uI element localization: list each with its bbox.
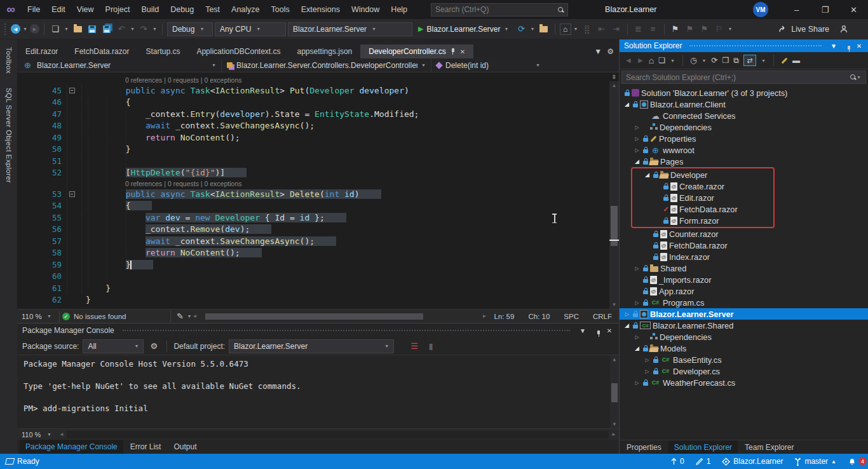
tree-item-fetchdata-razor[interactable]: ✓FetchData.razor [632,203,773,215]
expander-closed-icon[interactable]: ▷ [633,300,641,306]
undo-dropdown-icon[interactable]: ▼ [130,27,135,31]
format-columns-icon[interactable]: ⣿ [581,23,593,36]
redo-dropdown-icon[interactable]: ▼ [152,27,158,31]
menu-project[interactable]: Project [100,5,136,14]
tree-item-index-razor[interactable]: Index.razor [620,251,868,262]
tree-item-blazor-learner-client[interactable]: ◢Blazor.Learner.Client [620,99,868,110]
next-bookmark-icon[interactable]: ⚑ [698,23,711,36]
uncomment-icon[interactable]: ≡ [647,23,660,36]
tree-item-developer-cs[interactable]: ▷Developer.cs [620,365,868,377]
issues-status[interactable]: No issues found [74,313,126,320]
tree-item-blazor-learner-server[interactable]: ▷Blazor.Learner.Server [620,308,868,320]
save-icon[interactable] [86,23,98,36]
background-tasks-button[interactable]: Ready [0,454,45,469]
line-ending-indicator[interactable]: CRLF [586,313,619,320]
editor-vertical-scrollbar[interactable]: ⇳ ▲ ▼ [609,72,619,309]
tree-item-imports-razor[interactable]: _Imports.razor [620,274,868,285]
tree-item-blazor-learner-shared[interactable]: ◢Blazor.Learner.Shared [620,320,868,331]
menu-debug[interactable]: Debug [165,5,200,14]
tree-item-solution-blazor-learner-3-of-3-projects[interactable]: Solution 'Blazor.Learner' (3 of 3 projec… [620,87,868,99]
navigate-back-icon[interactable]: ◄ [11,24,20,34]
se-refresh-icon[interactable]: ⟳ [712,56,718,65]
menu-build[interactable]: Build [135,5,165,14]
doc-tab-appsettings-json[interactable]: appsettings.json [289,44,361,58]
scroll-up-icon[interactable]: ▲ [612,81,617,90]
solution-explorer-search-box[interactable]: Search Solution Explorer (Ctrl+;) ▼ [621,71,866,84]
send-feedback-icon[interactable] [837,23,850,36]
refresh-icon[interactable]: ⟳ [515,23,528,36]
code-editor[interactable]: 0 references | 0 requests | 0 exceptions… [17,72,609,309]
configuration-dropdown[interactable]: Debug▼ [167,22,213,36]
se-collapse-all-icon[interactable]: ❐ [722,56,729,65]
breadcrumb-project-dropdown[interactable]: Blazor.Learner.Server▼ [17,58,222,72]
se-preview-selected-icon[interactable]: ▬ [792,56,800,65]
breadcrumb-member-dropdown[interactable]: Delete(int id)▼ [431,58,619,72]
expander-closed-icon[interactable]: ▷ [633,147,641,153]
branch-button[interactable]: master ▲ [789,454,842,469]
increase-indent-icon[interactable]: ⇥ [610,23,623,36]
fold-collapse-icon[interactable]: − [69,191,75,197]
tree-item-fetchdata-razor[interactable]: FetchData.razor [620,240,868,251]
spaces-indicator[interactable]: SPC [557,313,586,320]
new-project-dropdown-icon[interactable]: ▼ [64,27,69,31]
doc-tab-edit-razor[interactable]: Edit.razor [17,44,66,58]
tree-item-dependencies[interactable]: ▷Dependencies [620,121,868,133]
platform-dropdown[interactable]: Any CPU▼ [215,22,286,36]
expander-closed-icon[interactable]: ▷ [633,136,641,142]
tree-item-developer[interactable]: ◢Developer [632,169,773,180]
save-all-icon[interactable] [100,23,113,36]
minimize-button[interactable]: – [782,0,811,19]
menu-view[interactable]: View [71,5,100,14]
se-new-view-dropdown-icon[interactable]: ▼ [670,58,675,63]
navigate-back-dropdown-icon[interactable]: ▼ [22,27,28,31]
menu-analyze[interactable]: Analyze [226,5,265,14]
tab-overflow-icon[interactable]: ▼ [594,47,602,56]
tab-close-icon[interactable]: ✕ [460,48,465,55]
tree-item-counter-razor[interactable]: Counter.razor [620,228,868,240]
open-file-icon[interactable] [71,23,84,36]
tree-item-create-razor[interactable]: Create.razor [632,180,773,192]
new-project-icon[interactable]: ❏ [49,23,62,36]
bookmark-icon[interactable]: ⚑ [669,23,682,36]
splitter-handle-icon[interactable]: ⇳ [609,72,619,81]
se-dropdown-icon[interactable]: ▼ [829,43,838,50]
decrease-indent-icon[interactable]: ⇤ [595,23,608,36]
clear-bookmarks-icon[interactable]: ⚐ [713,23,726,36]
pmc-horizontal-scrollbar[interactable] [67,431,609,438]
expander-closed-icon[interactable]: ▷ [633,380,641,386]
tree-item-shared[interactable]: ▷Shared [620,262,868,274]
home-icon[interactable]: ⌂ [560,24,571,35]
doc-tab-developercontroller-cs[interactable]: DeveloperController.cs✕ [360,44,473,58]
tree-item-edit-razor[interactable]: Edit.razor [632,192,773,203]
solution-explorer-title-bar[interactable]: Solution Explorer ▼ ✕ [620,39,868,52]
expander-open-icon[interactable]: ◢ [633,345,641,351]
se-wrench-icon[interactable] [781,57,787,64]
panel-tab-package-manager-console[interactable]: Package Manager Console [20,440,123,454]
tree-item-dependencies[interactable]: ▷Dependencies [620,331,868,343]
clear-console-icon[interactable]: ☰ [408,340,421,353]
attach-to-process-icon[interactable] [538,23,550,36]
panel-tab-output[interactable]: Output [168,440,202,454]
pmc-close-icon[interactable]: ✕ [605,327,614,334]
editor-zoom-dropdown[interactable]: 110 %▼ [17,313,57,320]
expander-closed-icon[interactable]: ▷ [643,369,651,374]
comment-icon[interactable]: ≣ [632,23,645,36]
se-home-icon[interactable]: ⌂ [649,55,654,65]
fold-collapse-icon[interactable]: − [69,88,75,93]
pmc-vertical-scrollbar[interactable]: ▲ ▼ [610,355,619,428]
se-back-icon[interactable]: ◄ [625,56,632,65]
tree-item-form-razor[interactable]: Form.razor [632,215,773,226]
menu-file[interactable]: File [22,5,46,14]
stop-icon[interactable]: ▮ [424,340,437,353]
pin-icon[interactable] [451,48,456,55]
navigate-forward-icon[interactable]: ► [30,24,39,34]
column-indicator[interactable]: Ch: 10 [521,313,557,320]
pmc-output[interactable]: Package Manager Console Host Version 5.5… [17,355,619,428]
se-properties-icon[interactable]: ⧉ [733,56,739,65]
previous-bookmark-icon[interactable]: ⚑ [684,23,696,36]
se-filter-dropdown-icon[interactable]: ▼ [702,58,707,63]
expander-open-icon[interactable]: ◢ [643,172,651,178]
code-cleanup-icon[interactable]: ✎ [173,310,186,323]
pmc-dropdown-icon[interactable]: ▼ [578,327,587,334]
se-search-dropdown-icon[interactable]: ▼ [856,75,862,79]
